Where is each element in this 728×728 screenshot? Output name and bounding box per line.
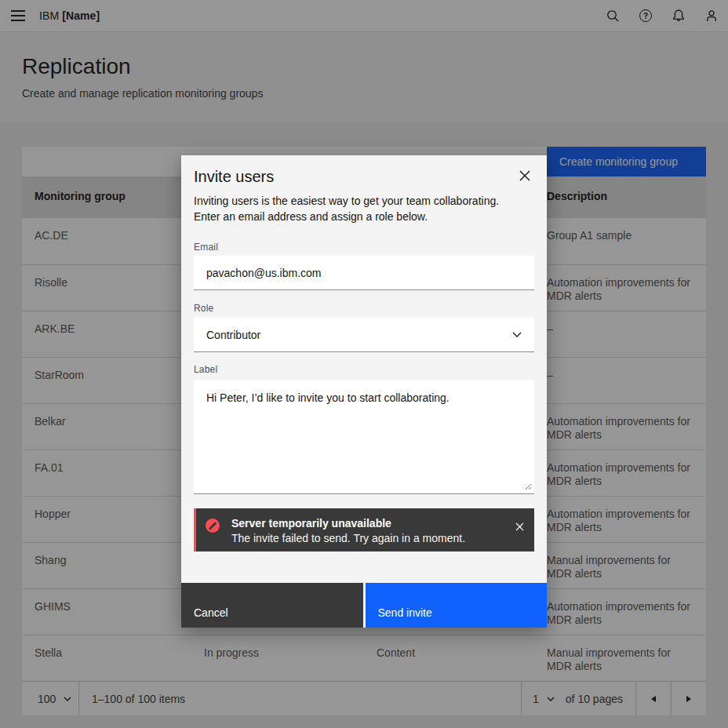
- notification-close-icon[interactable]: [508, 515, 531, 538]
- message-field-wrap: Hi Peter, I’d like to invite you to star…: [194, 380, 534, 494]
- role-select[interactable]: Contributor: [194, 318, 534, 352]
- chevron-down-icon: [512, 332, 522, 337]
- cancel-button[interactable]: Cancel: [181, 583, 363, 628]
- error-icon: [206, 519, 220, 533]
- error-notification: Server temporarily unavailable The invit…: [194, 508, 534, 551]
- notification-message: The invite failed to send. Try again in …: [231, 532, 508, 545]
- send-invite-button[interactable]: Send invite: [366, 583, 548, 628]
- role-label: Role: [194, 303, 213, 314]
- email-field[interactable]: [194, 256, 534, 290]
- close-icon[interactable]: [514, 165, 536, 187]
- modal-footer: Cancel Send invite: [181, 583, 547, 628]
- modal-description: Inviting users is the easiest way to get…: [194, 193, 523, 224]
- email-label: Email: [194, 242, 218, 253]
- message-label: Label: [194, 364, 217, 375]
- role-selected-value: Contributor: [206, 329, 260, 341]
- message-field[interactable]: Hi Peter, I’d like to invite you to star…: [194, 380, 534, 494]
- modal-title: Invite users: [194, 168, 274, 186]
- invite-users-modal: Invite users Inviting users is the easie…: [181, 155, 547, 628]
- notification-title: Server temporarily unavailable: [231, 517, 508, 530]
